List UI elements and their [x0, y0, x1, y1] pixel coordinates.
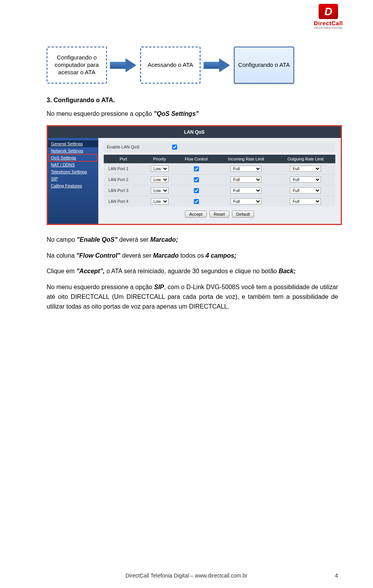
flow-step-1: Configurando o computador para acessar o… — [47, 47, 107, 84]
reset-button[interactable]: Reset — [209, 211, 229, 218]
screenshot-sidebar: General Settings Network Settings QoS Se… — [48, 138, 98, 224]
page-number: 4 — [335, 572, 338, 579]
bold: 4 campos; — [206, 252, 236, 259]
flow-control-checkbox[interactable] — [194, 188, 199, 193]
cell-port: LAN Port 2 — [104, 174, 143, 185]
cell-port: LAN Port 1 — [104, 163, 143, 174]
screenshot-qos: LAN QoS General Settings Network Setting… — [47, 125, 342, 225]
text: deverá ser — [117, 236, 150, 243]
quoted: "Flow Control" — [77, 252, 120, 259]
bold: Back; — [279, 268, 296, 274]
outgoing-rate-select[interactable]: Full — [290, 176, 321, 183]
logo-text: DirectCall — [314, 20, 343, 26]
nav-general-settings[interactable]: General Settings — [48, 140, 98, 147]
priority-select[interactable]: Low — [151, 187, 169, 194]
col-incoming-rate: Incoming Rate Limit — [216, 155, 276, 164]
incoming-rate-select[interactable]: Full — [230, 198, 261, 204]
col-flow-control: Flow Control — [176, 155, 216, 164]
text: No campo — [47, 236, 77, 243]
flow-step-3: Configurando o ATA — [234, 47, 294, 84]
flow-control-checkbox[interactable] — [194, 199, 199, 204]
priority-select[interactable]: Low — [151, 176, 169, 183]
enable-lan-qos-label: Enable LAN QoS — [107, 145, 139, 149]
logo-tagline: TELEFONIA DIGITAL — [314, 26, 343, 29]
text: Na coluna — [47, 252, 77, 259]
text: o ATA será reiniciado, aguarde 30 segund… — [105, 268, 279, 274]
incoming-rate-select[interactable]: Full — [230, 187, 261, 194]
col-priority: Priority — [143, 155, 176, 164]
priority-select[interactable]: Low — [151, 198, 169, 204]
nav-telephony-settings[interactable]: Telephony Settings — [48, 168, 98, 175]
nav-sip[interactable]: SIP — [48, 175, 98, 182]
text: No menu esquerdo pressione a opção — [47, 110, 154, 117]
nav-nat-ddns[interactable]: NAT / DDNS — [48, 161, 98, 168]
table-row: LAN Port 2LowFullFull — [104, 174, 335, 185]
outgoing-rate-select[interactable]: Full — [290, 187, 321, 194]
nav-qos-settings[interactable]: QoS Settings — [48, 154, 98, 161]
flow-diagram: Configurando o computador para acessar o… — [47, 47, 338, 84]
incoming-rate-select[interactable]: Full — [230, 176, 261, 183]
brand-logo: DirectCall TELEFONIA DIGITAL — [303, 4, 354, 29]
page-footer: DirectCall Telefonia Digital – www.direc… — [0, 572, 373, 579]
quoted: "Accept", — [76, 268, 105, 274]
nav-network-settings[interactable]: Network Settings — [48, 147, 98, 154]
screenshot-title: LAN QoS — [48, 126, 341, 138]
paragraph-2: No campo "Enable QoS" deverá ser Marcado… — [47, 235, 338, 245]
bold: SIP — [154, 284, 164, 290]
paragraph-4: Clique em "Accept", o ATA será reiniciad… — [47, 267, 338, 276]
table-row: LAN Port 4LowFullFull — [104, 196, 335, 207]
qos-table: Port Priority Flow Control Incoming Rate… — [104, 155, 335, 207]
cell-port: LAN Port 4 — [104, 196, 143, 207]
accept-button[interactable]: Accept — [185, 211, 207, 218]
col-port: Port — [104, 155, 143, 164]
col-outgoing-rate: Outgoing Rate Limit — [276, 155, 335, 164]
text: No menu esquerdo pressione a opção — [47, 284, 154, 290]
outgoing-rate-select[interactable]: Full — [290, 198, 321, 204]
table-row: LAN Port 3LowFullFull — [104, 185, 335, 196]
paragraph-3: Na coluna "Flow Control" deverá ser Marc… — [47, 251, 338, 261]
nav-calling-features[interactable]: Calling Features — [48, 182, 98, 189]
text: todos os — [179, 252, 206, 259]
incoming-rate-select[interactable]: Full — [230, 166, 261, 172]
paragraph-1: No menu esquerdo pressione a opção "QoS … — [47, 109, 338, 119]
flow-control-checkbox[interactable] — [194, 166, 199, 171]
logo-mark — [319, 4, 338, 19]
table-row: LAN Port 1LowFullFull — [104, 163, 335, 174]
bold: Marcado; — [150, 236, 178, 243]
arrow-icon — [110, 58, 137, 72]
quoted: "Enable QoS" — [77, 236, 117, 243]
flow-step-2: Acessando o ATA — [140, 47, 200, 84]
section-heading: 3. Configurando o ATA. — [47, 97, 338, 104]
cell-port: LAN Port 3 — [104, 185, 143, 196]
arrow-icon — [204, 58, 231, 72]
enable-lan-qos-checkbox[interactable] — [172, 145, 177, 150]
text: deverá ser — [120, 252, 153, 259]
paragraph-5: No menu esquerdo pressione a opção SIP, … — [47, 283, 338, 311]
default-button[interactable]: Default — [232, 211, 254, 218]
priority-select[interactable]: Low — [151, 166, 169, 172]
bold: Marcado — [153, 252, 179, 259]
text: Clique em — [47, 268, 76, 274]
flow-control-checkbox[interactable] — [194, 177, 199, 182]
quoted: "QoS Settings" — [154, 110, 199, 117]
outgoing-rate-select[interactable]: Full — [290, 166, 321, 172]
